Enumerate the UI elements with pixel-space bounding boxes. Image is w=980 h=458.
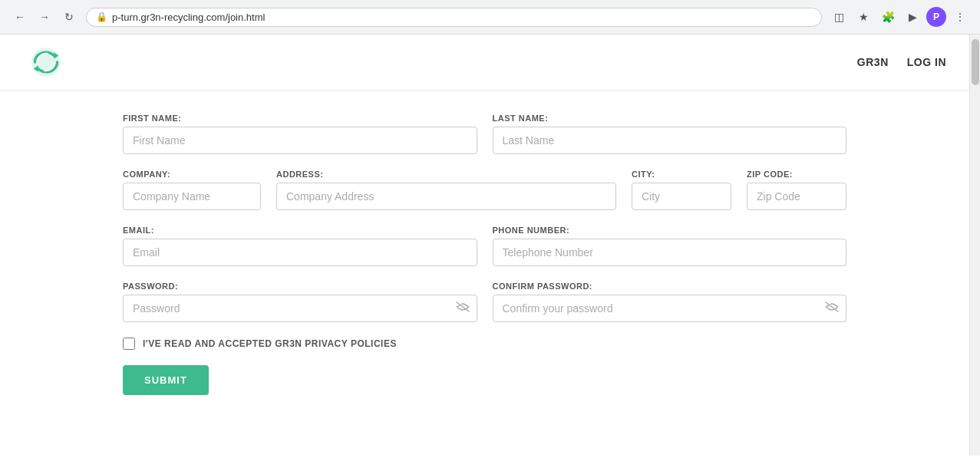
confirm-password-input-wrapper bbox=[493, 295, 847, 322]
first-name-group: FIRST NAME: bbox=[123, 114, 477, 154]
zipcode-input[interactable] bbox=[747, 183, 846, 210]
submit-button[interactable]: SUBMIT bbox=[123, 365, 209, 395]
name-row: FIRST NAME: LAST NAME: bbox=[123, 114, 846, 154]
address-group: ADDRESS: bbox=[276, 170, 616, 210]
lock-icon: 🔒 bbox=[96, 12, 107, 22]
city-group: CITY: bbox=[632, 170, 731, 210]
last-name-group: LAST NAME: bbox=[493, 114, 847, 154]
phone-input[interactable] bbox=[493, 239, 847, 266]
media-button[interactable]: ▶ bbox=[902, 6, 923, 28]
phone-group: PHONE NUMBER: bbox=[493, 226, 847, 266]
privacy-label: I'VE READ AND ACCEPTED GR3N PRIVACY POLI… bbox=[143, 338, 397, 349]
last-name-input[interactable] bbox=[493, 127, 847, 154]
registration-form: FIRST NAME: LAST NAME: COMPANY: ADDRESS: bbox=[0, 91, 969, 418]
url-text: p-turn.gr3n-recycling.com/join.html bbox=[112, 12, 812, 23]
logo-area bbox=[23, 45, 69, 79]
browser-chrome: ← → ↻ 🔒 p-turn.gr3n-recycling.com/join.h… bbox=[0, 0, 980, 35]
page-content: GR3N LOG IN FIRST NAME: LAST NAME: bbox=[0, 35, 969, 456]
back-button[interactable]: ← bbox=[9, 6, 31, 28]
first-name-label: FIRST NAME: bbox=[123, 114, 477, 123]
first-name-input[interactable] bbox=[123, 127, 477, 154]
confirm-password-eye-icon[interactable] bbox=[825, 301, 839, 315]
password-eye-icon[interactable] bbox=[456, 301, 470, 315]
company-group: COMPANY: bbox=[123, 170, 261, 210]
address-row: COMPANY: ADDRESS: CITY: ZIP CODE: bbox=[123, 170, 846, 210]
password-row: PASSWORD: CONFI bbox=[123, 282, 846, 322]
address-input[interactable] bbox=[276, 183, 616, 210]
browser-nav: ← → ↻ bbox=[9, 6, 80, 28]
bookmark-button[interactable]: ★ bbox=[853, 6, 874, 28]
email-input[interactable] bbox=[123, 239, 477, 266]
email-group: EMAIL: bbox=[123, 226, 477, 266]
password-label: PASSWORD: bbox=[123, 282, 477, 291]
privacy-checkbox-row: I'VE READ AND ACCEPTED GR3N PRIVACY POLI… bbox=[123, 338, 846, 350]
city-label: CITY: bbox=[632, 170, 731, 179]
company-input[interactable] bbox=[123, 183, 261, 210]
site-logo bbox=[23, 45, 69, 79]
nav-gr3n[interactable]: GR3N bbox=[857, 56, 889, 68]
privacy-checkbox[interactable] bbox=[123, 338, 135, 350]
email-label: EMAIL: bbox=[123, 226, 477, 235]
browser-actions: ◫ ★ 🧩 ▶ P ⋮ bbox=[828, 6, 971, 28]
page-wrapper: GR3N LOG IN FIRST NAME: LAST NAME: bbox=[0, 35, 980, 456]
last-name-label: LAST NAME: bbox=[493, 114, 847, 123]
address-bar[interactable]: 🔒 p-turn.gr3n-recycling.com/join.html bbox=[86, 8, 822, 27]
forward-button[interactable]: → bbox=[34, 6, 55, 28]
profile-avatar[interactable]: P bbox=[926, 7, 946, 27]
zipcode-group: ZIP CODE: bbox=[747, 170, 846, 210]
company-label: COMPANY: bbox=[123, 170, 261, 179]
confirm-password-label: CONFIRM PASSWORD: bbox=[493, 282, 847, 291]
extensions-button[interactable]: ◫ bbox=[828, 6, 850, 28]
scrollbar-thumb[interactable] bbox=[972, 39, 979, 85]
puzzle-button[interactable]: 🧩 bbox=[877, 6, 899, 28]
email-phone-row: EMAIL: PHONE NUMBER: bbox=[123, 226, 846, 266]
nav-links: GR3N LOG IN bbox=[857, 56, 946, 68]
confirm-password-input[interactable] bbox=[493, 295, 847, 322]
password-input-wrapper bbox=[123, 295, 477, 322]
phone-label: PHONE NUMBER: bbox=[493, 226, 847, 235]
city-input[interactable] bbox=[632, 183, 731, 210]
address-label: ADDRESS: bbox=[276, 170, 616, 179]
menu-button[interactable]: ⋮ bbox=[949, 6, 971, 28]
site-header: GR3N LOG IN bbox=[0, 35, 969, 91]
reload-button[interactable]: ↻ bbox=[58, 6, 80, 28]
password-input[interactable] bbox=[123, 295, 477, 322]
zipcode-label: ZIP CODE: bbox=[747, 170, 846, 179]
confirm-password-group: CONFIRM PASSWORD: bbox=[493, 282, 847, 322]
scrollbar[interactable] bbox=[969, 35, 980, 456]
password-group: PASSWORD: bbox=[123, 282, 477, 322]
nav-login[interactable]: LOG IN bbox=[907, 56, 946, 68]
